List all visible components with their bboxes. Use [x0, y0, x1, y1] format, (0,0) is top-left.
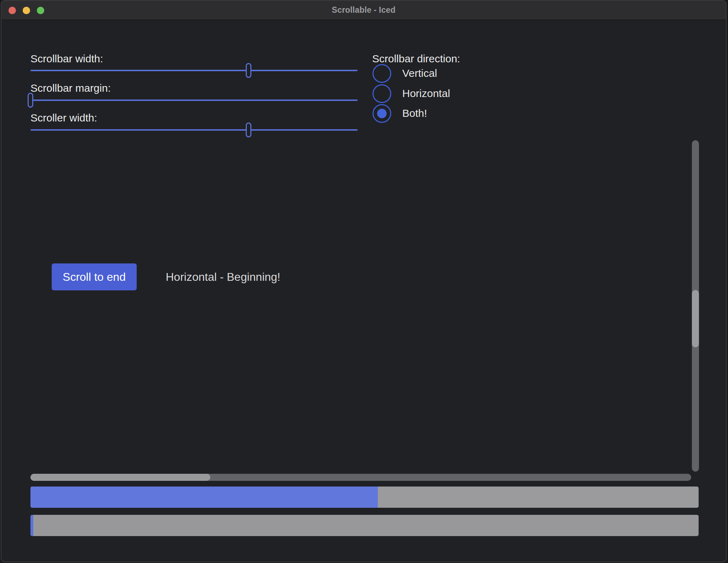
scroll-to-end-button[interactable]: Scroll to end [52, 263, 137, 290]
desktop-background: Scrollable - Iced Scrollbar width: Scrol… [0, 0, 728, 563]
radio-horizontal-label[interactable]: Horizontal [402, 87, 450, 100]
radio-both-label[interactable]: Both! [402, 107, 427, 120]
vertical-scrollbar-thumb[interactable] [692, 290, 699, 347]
window-title: Scrollable - Iced [1, 1, 726, 19]
radio-dot-icon [377, 109, 387, 118]
vertical-scrollbar-track[interactable] [692, 140, 699, 472]
radio-vertical-label[interactable]: Vertical [402, 67, 437, 80]
scroller-width-slider[interactable] [30, 122, 358, 138]
scroll-status-text: Horizontal - Beginning! [166, 269, 280, 284]
scrollbar-width-slider[interactable] [30, 63, 358, 78]
progress-fill [30, 515, 33, 536]
scrollbar-direction-label: Scrollbar direction: [372, 52, 460, 65]
app-window: Scrollable - Iced Scrollbar width: Scrol… [1, 0, 727, 562]
horizontal-progress-bar [30, 487, 699, 508]
secondary-progress-bar [30, 515, 699, 536]
horizontal-scrollbar-thumb[interactable] [30, 474, 210, 481]
radio-both[interactable] [372, 104, 391, 123]
slider-track[interactable] [30, 99, 358, 101]
slider-handle[interactable] [246, 123, 251, 137]
scrollbar-margin-slider[interactable] [30, 92, 358, 108]
radio-horizontal[interactable] [372, 84, 391, 103]
radio-vertical[interactable] [372, 64, 391, 83]
slider-handle[interactable] [28, 93, 33, 108]
slider-track[interactable] [30, 70, 358, 71]
progress-fill [30, 487, 378, 508]
titlebar[interactable]: Scrollable - Iced [1, 1, 726, 20]
slider-track[interactable] [30, 129, 358, 131]
horizontal-scrollbar-track[interactable] [30, 474, 691, 481]
slider-handle[interactable] [246, 63, 251, 78]
